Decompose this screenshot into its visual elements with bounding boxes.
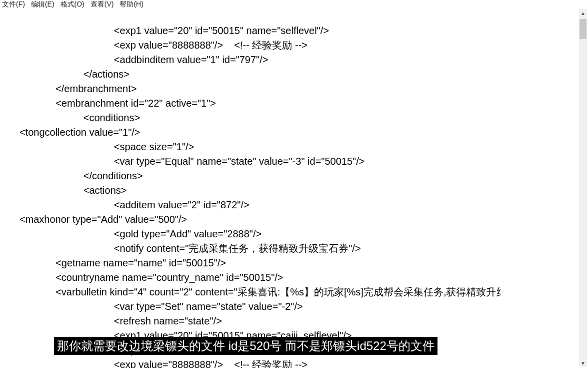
code-line: <space size="1"/> — [0, 141, 194, 152]
scroll-up-arrow[interactable]: ▲ — [579, 9, 587, 17]
code-line: </embranchment> — [0, 83, 136, 94]
vertical-scrollbar[interactable]: ▲ ▼ — [579, 9, 587, 367]
menu-format[interactable]: 格式(O) — [60, 0, 84, 9]
code-line: <maxhonor type="Add" value="500"/> — [0, 214, 187, 225]
menu-edit[interactable]: 编辑(E) — [31, 0, 54, 9]
scroll-down-arrow[interactable]: ▼ — [579, 359, 587, 367]
code-line: <getname name="name" id="50015"/> — [0, 257, 226, 268]
code-line: <embranchment id="22" active="1"> — [0, 98, 216, 109]
code-line: <actions> — [0, 185, 126, 196]
code-line: <additem value="2" id="872"/> — [0, 199, 250, 210]
code-line: <countryname name="country_name" id="500… — [0, 272, 283, 283]
code-line: <gold type="Add" value="2888"/> — [0, 228, 262, 239]
code-line: <exp value="8888888"/> <!-- 经验奖励 --> — [0, 40, 308, 51]
code-line: <conditions> — [0, 112, 140, 123]
video-subtitle: 那你就需要改边境梁镖头的文件 id是520号 而不是郑镖头id522号的文件 — [54, 337, 438, 355]
code-area[interactable]: <exp1 value="20" id="50015" name="selfle… — [0, 9, 588, 368]
menubar: 文件(F) 编辑(E) 格式(O) 查看(V) 帮助(H) — [0, 0, 588, 9]
menu-view[interactable]: 查看(V) — [90, 0, 114, 9]
code-line: <refresh name="state"/> — [0, 315, 222, 326]
code-line: <exp1 value="20" id="50015" name="selfle… — [0, 25, 329, 36]
code-line: <tongcollection value="1"/> — [0, 127, 140, 138]
menu-help[interactable]: 帮助(H) — [120, 0, 143, 9]
scroll-thumb[interactable] — [580, 19, 586, 39]
code-line: </conditions> — [0, 170, 143, 181]
code-line: <var type="Set" name="state" value="-2"/… — [0, 301, 303, 312]
menu-file[interactable]: 文件(F) — [2, 0, 25, 9]
code-line: </actions> — [0, 69, 130, 80]
code-line: <addbinditem value="1" id="797"/> — [0, 54, 268, 65]
code-line: <varbulletin kind="4" count="2" content=… — [0, 286, 506, 297]
code-line: <notify content="完成采集任务，获得精致升级宝石券"/> — [0, 243, 361, 254]
code-line: <exp value="8888888"/> <!-- 经验奖励 --> — [0, 359, 308, 368]
code-line: <var type="Equal" name="state" value="-3… — [0, 156, 364, 167]
